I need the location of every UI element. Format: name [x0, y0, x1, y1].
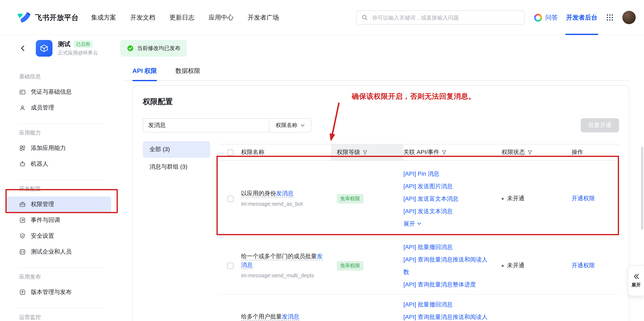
sidebar-item-label: 成员管理 [31, 104, 54, 112]
tabs-row: API 权限 数据权限 [125, 62, 630, 81]
sidebar-section-capability: 应用能力 [0, 129, 118, 137]
bulk-grant-button[interactable]: 批量开通 [581, 118, 619, 132]
column-permission-status: 权限状态 [502, 149, 525, 156]
permission-table: 权限名称 权限等级 关联 API/事件 [219, 144, 618, 321]
sidebar-item-version-release[interactable]: 版本管理与发布 [7, 284, 111, 300]
sidebar-item-label: 事件与回调 [31, 216, 60, 224]
permission-name-link[interactable]: 给一个或多个部门的成员批量发消息 [241, 252, 322, 268]
menu-item-integration[interactable]: 集成方案 [91, 14, 116, 22]
chevron-down-icon [417, 222, 421, 225]
status-cell: 未开通 [502, 262, 572, 269]
sidebar-item-test-corp[interactable]: 测试企业和人员 [7, 244, 111, 260]
avatar[interactable] [622, 11, 636, 24]
sidebar-divider [18, 180, 105, 180]
sidebar: 基础信息 凭证与基础信息 成员管理 应用能力 添加应用能力 [0, 62, 118, 321]
app-meta: 测试 已启用 正式应用@环界云 [58, 40, 98, 56]
filter-icon[interactable] [362, 150, 368, 155]
status-dot-icon [502, 264, 504, 267]
menu-item-docs[interactable]: 开发文档 [130, 14, 155, 22]
apps-grid-icon[interactable] [606, 13, 614, 22]
security-icon [19, 233, 26, 240]
nav-right: 问答 开发者后台 [534, 0, 636, 35]
column-related-api: 关联 API/事件 [404, 149, 440, 156]
api-link[interactable]: [API] Pin 消息 [404, 167, 489, 180]
search-filter-select[interactable]: 权限名称 [269, 119, 311, 132]
app-cube-icon [36, 40, 52, 56]
sidebar-divider [18, 267, 105, 268]
api-link[interactable]: [API] 查询批量消息推送和阅读人数 [404, 253, 489, 278]
sidebar-item-label: 安全设置 [31, 232, 54, 240]
grant-permission-link[interactable]: 开通权限 [572, 195, 595, 202]
sidebar-item-events[interactable]: 事件与回调 [7, 212, 111, 228]
status-text: 未开通 [507, 195, 524, 202]
vertical-scrollbar-thumb[interactable] [641, 146, 643, 230]
page: 飞书开放平台 集成方案 开发文档 更新日志 应用中心 开发者广场 问答 开发者后… [0, 0, 644, 321]
sidebar-section-release: 应用发布 [0, 273, 118, 281]
expand-apis-link[interactable]: 展开 [404, 217, 489, 230]
level-badge: 免审权限 [337, 261, 364, 270]
status-cell: 未开通 [502, 195, 572, 202]
category-all[interactable]: 全部 (3) [143, 141, 210, 158]
bot-icon [19, 161, 26, 167]
api-link[interactable]: [API] 发送富文本消息 [404, 192, 489, 205]
api-link[interactable]: [API] 发送文本消息 [404, 205, 489, 217]
global-search[interactable] [356, 10, 525, 24]
row-checkbox[interactable] [227, 262, 234, 269]
publish-banner: 当前修改均已发布 [120, 40, 187, 56]
sidebar-item-add-capability[interactable]: 添加应用能力 [7, 140, 111, 156]
app-name: 测试 [58, 40, 70, 48]
console-link-active[interactable]: 开发者后台 [566, 0, 598, 35]
permission-icon [19, 201, 26, 208]
tab-api-permission[interactable]: API 权限 [132, 62, 157, 80]
permission-name-link[interactable]: 以应用的身份发消息 [241, 190, 294, 196]
top-menu: 集成方案 开发文档 更新日志 应用中心 开发者广场 [91, 14, 279, 22]
brand-name: 飞书开放平台 [35, 13, 79, 22]
category-list: 全部 (3) 消息与群组 (3) [143, 141, 210, 176]
table-row: 给多个用户批量发消息 [API] 批量撤回消息 [API] 查询批量消息推送和阅… [219, 295, 618, 321]
menu-item-app-center[interactable]: 应用中心 [208, 14, 234, 22]
api-link[interactable]: [API] 批量撤回消息 [404, 241, 489, 253]
permission-code: im:message:send_multi_depts [241, 271, 324, 280]
sidebar-section-basic: 基础信息 [0, 72, 118, 81]
tab-data-permission[interactable]: 数据权限 [175, 62, 200, 80]
table-row: 以应用的身份发消息 im:message:send_as_bot 免审权限 [A… [219, 161, 618, 237]
sidebar-item-label: 凭证与基础信息 [31, 88, 72, 96]
menu-item-changelog[interactable]: 更新日志 [170, 14, 194, 22]
sidebar-item-bot[interactable]: 机器人 [7, 156, 111, 172]
select-all-checkbox[interactable] [227, 149, 234, 156]
sidebar-item-label: 测试企业和人员 [31, 248, 72, 256]
release-icon [19, 289, 26, 296]
permission-code: im:message:send_as_bot [241, 200, 324, 208]
event-callback-icon [19, 217, 26, 224]
api-list: [API] Pin 消息 [API] 发送图片消息 [API] 发送富文本消息 … [404, 167, 489, 230]
category-message-group[interactable]: 消息与群组 (3) [143, 159, 210, 175]
grant-permission-link[interactable]: 开通权限 [572, 262, 595, 268]
qa-link[interactable]: 问答 [534, 14, 558, 22]
back-button[interactable] [19, 44, 27, 52]
qa-label: 问答 [545, 14, 558, 22]
menu-item-dev-plaza[interactable]: 开发者广场 [248, 14, 279, 22]
search-input[interactable] [371, 14, 520, 21]
brand[interactable]: 飞书开放平台 [17, 11, 79, 24]
sidebar-item-label: 添加应用能力 [31, 144, 66, 152]
api-link[interactable]: [API] 发送图片消息 [404, 180, 489, 192]
collapse-panel-button[interactable]: 展开 [628, 265, 644, 296]
filter-icon[interactable] [442, 150, 447, 155]
sidebar-divider [18, 308, 105, 308]
api-link[interactable]: [API] 批量撤回消息 [404, 298, 489, 310]
sidebar-item-label: 机器人 [31, 160, 48, 168]
test-corp-icon [19, 248, 26, 255]
permission-name-link[interactable]: 给多个用户批量发消息 [241, 313, 299, 320]
api-link[interactable]: [API] 查询批量消息整体进度 [404, 278, 489, 290]
permission-search-input[interactable] [143, 119, 269, 132]
sidebar-item-members[interactable]: 成员管理 [7, 100, 111, 116]
sidebar-item-credentials[interactable]: 凭证与基础信息 [7, 84, 111, 100]
members-icon [19, 104, 26, 111]
row-checkbox[interactable] [227, 196, 234, 202]
search-icon [361, 14, 368, 21]
status-badge: 已启用 [74, 40, 92, 48]
sidebar-item-permissions[interactable]: 权限管理 [7, 196, 111, 212]
filter-icon[interactable] [528, 150, 532, 155]
api-link[interactable]: [API] 查询批量消息推送和阅读人数 [404, 310, 489, 321]
sidebar-item-security[interactable]: 安全设置 [7, 228, 111, 244]
